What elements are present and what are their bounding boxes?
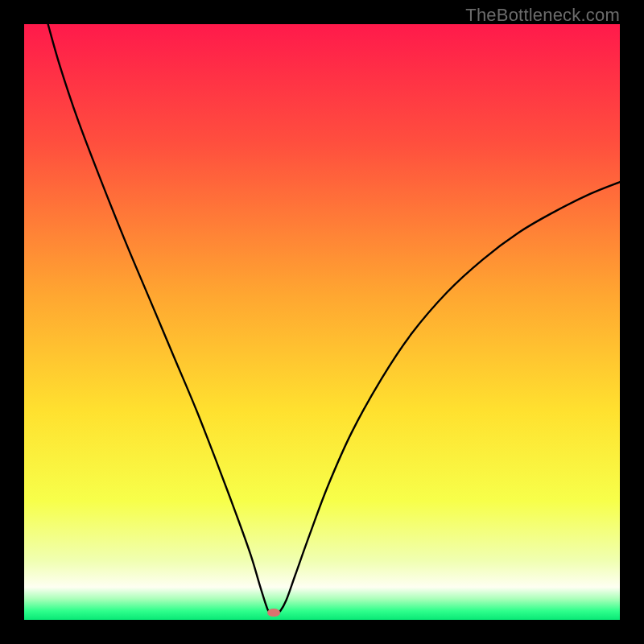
bottleneck-chart: [24, 24, 620, 620]
watermark-text: TheBottleneck.com: [465, 5, 620, 26]
gradient-background: [24, 24, 620, 620]
optimum-marker: [267, 609, 280, 617]
chart-frame: [24, 24, 620, 620]
